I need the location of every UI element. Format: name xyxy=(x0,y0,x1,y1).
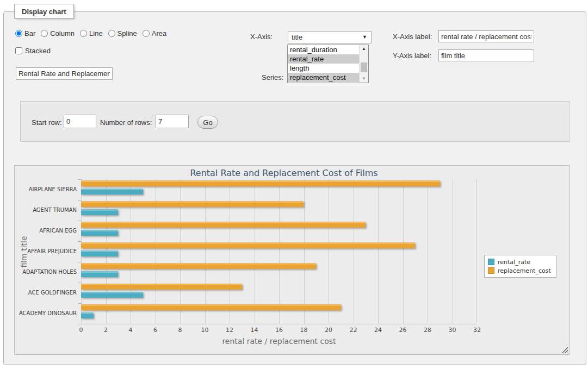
gridline xyxy=(378,179,379,324)
bar-highlight xyxy=(81,230,118,231)
stacked-checkbox-input[interactable] xyxy=(15,47,22,54)
chart-legend[interactable]: rental_ratereplacement_cost xyxy=(484,255,556,278)
x-tick-label: 6 xyxy=(145,327,166,334)
category-tick xyxy=(78,303,81,304)
scroll-down-icon[interactable]: ▼ xyxy=(360,75,368,83)
x-tick-label: 16 xyxy=(268,327,290,334)
series-option-2[interactable]: length xyxy=(288,64,359,73)
series-option-0[interactable]: rental_duration xyxy=(288,45,359,54)
legend-entry-rental_rate[interactable]: rental_rate xyxy=(488,258,551,266)
scrollbar-thumb[interactable] xyxy=(361,62,367,72)
chart-type-bar-radio[interactable] xyxy=(15,30,22,37)
series-label: Series: xyxy=(262,73,283,81)
bar-highlight xyxy=(81,304,341,306)
chart-type-area[interactable]: Area xyxy=(143,29,166,37)
bar-rental_rate[interactable] xyxy=(81,230,118,236)
bar-rental_rate[interactable] xyxy=(81,250,118,256)
chart-type-column[interactable]: Column xyxy=(41,29,75,37)
x-tick-label: 18 xyxy=(293,327,315,334)
dropdown-arrow-icon: ▼ xyxy=(362,34,367,40)
resize-grip-icon[interactable] xyxy=(561,347,568,353)
stacked-checkbox[interactable]: Stacked xyxy=(15,47,51,55)
bar-highlight xyxy=(81,189,143,190)
chart-type-column-label: Column xyxy=(50,29,75,37)
chart-type-area-radio[interactable] xyxy=(143,30,150,37)
x-tick-label: 4 xyxy=(120,327,141,334)
bar-highlight xyxy=(81,263,316,265)
chart-type-column-radio[interactable] xyxy=(41,30,48,37)
bar-replacement_cost[interactable] xyxy=(81,284,242,290)
bar-rental_rate[interactable] xyxy=(81,271,118,277)
x-axis-select[interactable]: title ▼ xyxy=(288,31,372,43)
bar-replacement_cost[interactable] xyxy=(81,201,304,207)
category-label: ACADEMY DINOSAUR xyxy=(15,303,77,324)
x-tick-label: 30 xyxy=(442,327,463,334)
legend-entry-replacement_cost[interactable]: replacement_cost xyxy=(488,266,551,275)
chart-type-line-label: Line xyxy=(89,29,103,37)
bar-rental_rate[interactable] xyxy=(81,312,94,318)
chart-container: Rental Rate and Replacement Cost of Film… xyxy=(14,165,570,355)
y-axis-label-input[interactable] xyxy=(438,49,534,61)
category-tick xyxy=(78,241,81,242)
series-listbox[interactable]: rental_duration rental_rate length repla… xyxy=(287,45,369,83)
start-row-input[interactable] xyxy=(64,115,96,128)
category-label: AIRPLANE SIERRA xyxy=(15,179,77,200)
bar-rental_rate[interactable] xyxy=(81,189,143,195)
chart-type-bar[interactable]: Bar xyxy=(15,29,35,37)
x-tick-label: 26 xyxy=(392,327,414,334)
x-tick-label: 24 xyxy=(367,327,389,334)
chart-type-spline-radio[interactable] xyxy=(108,30,115,37)
bar-highlight xyxy=(81,242,415,244)
bar-replacement_cost[interactable] xyxy=(81,304,341,310)
category-label: ACE GOLDFINGER xyxy=(15,283,77,303)
category-label: AFFAIR PREJUDICE xyxy=(15,241,77,262)
gridline xyxy=(453,179,453,324)
category-tick xyxy=(78,324,81,324)
bar-replacement_cost[interactable] xyxy=(81,263,316,269)
series-option-3[interactable]: replacement_cost xyxy=(288,73,359,82)
x-tick-label: 32 xyxy=(466,327,488,334)
bar-highlight xyxy=(81,292,143,293)
bar-replacement_cost[interactable] xyxy=(81,242,415,248)
x-tick-label: 14 xyxy=(244,327,265,334)
chart-title-input[interactable] xyxy=(16,67,113,80)
x-tick-label: 22 xyxy=(343,327,364,334)
category-tick xyxy=(78,200,81,200)
chart-type-line[interactable]: Line xyxy=(80,29,103,37)
gridline xyxy=(476,179,477,324)
bar-replacement_cost[interactable] xyxy=(81,180,440,186)
legend-swatch xyxy=(488,259,494,265)
x-tick-label: 10 xyxy=(194,327,216,334)
chart-type-line-radio[interactable] xyxy=(80,30,87,37)
x-axis-label-input[interactable] xyxy=(438,30,534,42)
go-button[interactable]: Go xyxy=(197,116,218,129)
chart-type-area-label: Area xyxy=(152,29,166,37)
series-option-1[interactable]: rental_rate xyxy=(288,54,359,64)
chart-type-spline[interactable]: Spline xyxy=(108,29,137,37)
x-tick-label: 8 xyxy=(169,327,191,334)
bar-highlight xyxy=(81,209,118,211)
num-rows-input[interactable] xyxy=(156,115,189,128)
bar-highlight xyxy=(81,250,118,252)
bar-rental_rate[interactable] xyxy=(81,292,143,298)
series-scrollbar[interactable]: ▲ ▼ xyxy=(359,45,368,83)
category-tick xyxy=(78,179,81,180)
category-tick xyxy=(78,221,81,221)
legend-label: rental_rate xyxy=(498,259,530,266)
legend-label: replacement_cost xyxy=(498,267,551,274)
x-tick-label: 28 xyxy=(417,327,438,334)
bar-highlight xyxy=(81,284,242,285)
gridline xyxy=(428,179,428,324)
bar-rental_rate[interactable] xyxy=(81,209,118,215)
row-range-panel: Start row: Number of rows: Go xyxy=(20,101,570,142)
x-tick-label: 0 xyxy=(70,327,92,334)
category-tick xyxy=(78,262,81,262)
x-axis-select-value: title xyxy=(292,33,302,41)
bar-highlight xyxy=(81,312,94,314)
page: Display chart Bar Column Line Spline Are… xyxy=(0,0,588,370)
gridline xyxy=(329,179,329,324)
legend-swatch xyxy=(488,267,494,274)
bar-replacement_cost[interactable] xyxy=(81,222,366,228)
scroll-up-icon[interactable]: ▲ xyxy=(360,45,368,53)
category-label: AFRICAN EGG xyxy=(15,221,77,241)
